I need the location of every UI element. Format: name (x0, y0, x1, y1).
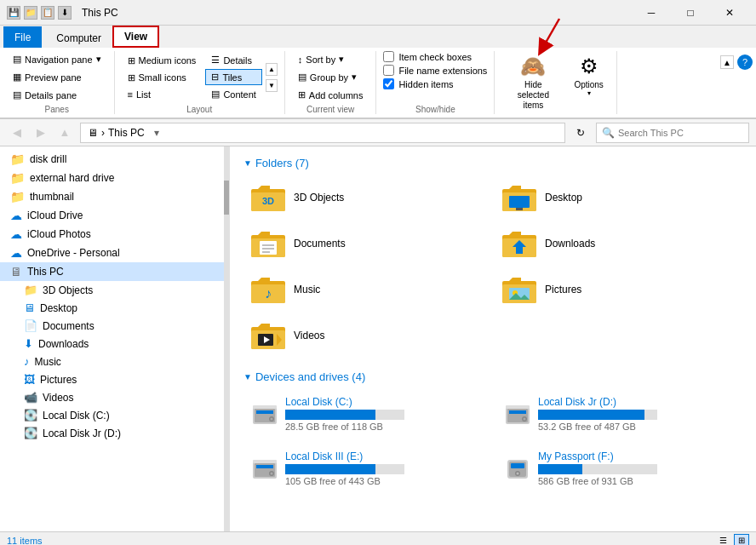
layout-scroll-down[interactable]: ▼ (266, 79, 278, 92)
drive-item-e[interactable]: Local Disk III (E:) 105 GB free of 443 G… (243, 445, 490, 492)
minimize-button[interactable]: ─ (632, 0, 671, 26)
large-icons-view-toggle[interactable]: ⊞ (734, 534, 749, 546)
folder-item-pictures[interactable]: Pictures (495, 268, 742, 311)
file-name-extensions-row[interactable]: File name extensions (383, 65, 487, 76)
folder-item-documents[interactable]: Documents (243, 222, 491, 265)
sidebar-item-music[interactable]: ♪ Music (0, 353, 229, 370)
sidebar-item-local-disk-c[interactable]: 💽 Local Disk (C:) (0, 406, 229, 424)
layout-scroll-up[interactable]: ▲ (266, 63, 278, 76)
search-input[interactable] (618, 128, 743, 138)
sidebar-item-pictures[interactable]: 🖼 Pictures (0, 370, 229, 388)
nav-pane-dropdown[interactable]: ▾ (96, 54, 101, 65)
options-button[interactable]: ⚙ Options ▾ (568, 51, 609, 100)
details-icon: ▤ (13, 89, 21, 100)
preview-pane-button[interactable]: ▦ Preview pane (7, 69, 88, 85)
group-by-button[interactable]: ▤ Group by ▾ (292, 69, 363, 85)
details-pane-button[interactable]: ▤ Details pane (7, 87, 83, 103)
sidebar-scrollbar-thumb[interactable] (224, 181, 229, 215)
sidebar-item-external-hard-drive[interactable]: 📁 external hard drive (0, 169, 229, 187)
item-check-boxes-checkbox[interactable] (383, 51, 394, 62)
folder-music-icon: ♪ (251, 274, 285, 305)
drive-e-bar-container (285, 464, 404, 474)
folder-3dobjects-name: 3D Objects (294, 192, 344, 204)
folder-icon: 📁 (10, 190, 25, 204)
sidebar-item-icloud-drive[interactable]: ☁ iCloud Drive (0, 206, 229, 225)
folder-item-downloads[interactable]: Downloads (495, 222, 742, 265)
help-button[interactable]: ? (737, 54, 753, 70)
tab-computer[interactable]: Computer (45, 28, 112, 48)
sidebar-item-icloud-photos[interactable]: ☁ iCloud Photos (0, 225, 229, 244)
quick-access-icon[interactable]: 💾 (7, 6, 20, 20)
add-columns-button[interactable]: ⊞ Add columns (292, 87, 369, 103)
sidebar-scrollbar[interactable] (224, 146, 229, 531)
navigation-arrows: ◀ ▶ ▲ (7, 123, 75, 143)
drives-section-header: ▼ Devices and drives (4) (243, 370, 742, 383)
icloud-icon: ☁ (10, 209, 22, 222)
sidebar-item-videos[interactable]: 📹 Videos (0, 388, 229, 406)
quick-access-icon2[interactable]: 📁 (24, 6, 37, 20)
options-label: Options (574, 80, 603, 89)
folder-item-videos[interactable]: Videos (243, 314, 491, 357)
videos-icon: 📹 (24, 391, 37, 404)
details-view-toggle[interactable]: ☰ (715, 534, 730, 546)
drive-item-c[interactable]: Local Disk (C:) 28.5 GB free of 118 GB (243, 390, 490, 438)
path-dropdown[interactable]: ▾ (148, 127, 165, 139)
tab-view[interactable]: View (112, 26, 159, 48)
sidebar-item-disk-drill[interactable]: 📁 disk drill (0, 150, 229, 169)
back-button[interactable]: ◀ (7, 123, 27, 143)
folder-item-music[interactable]: ♪ Music (243, 268, 491, 311)
svg-rect-7 (509, 196, 530, 208)
tiles-btn[interactable]: ⊟ Tiles (205, 69, 262, 85)
folder-downloads-icon (502, 228, 536, 259)
quick-access-icon3[interactable]: 📋 (41, 6, 54, 20)
refresh-button[interactable]: ↻ (570, 123, 591, 143)
close-button[interactable]: ✕ (710, 0, 749, 26)
sidebar-item-desktop[interactable]: 🖥 Desktop (0, 299, 229, 317)
folder-item-desktop[interactable]: Desktop (495, 176, 742, 219)
sort-dropdown[interactable]: ▾ (339, 54, 344, 65)
content-btn[interactable]: ▤ Content (205, 86, 262, 102)
item-check-boxes-row[interactable]: Item check boxes (383, 51, 472, 62)
sidebar-item-documents[interactable]: 📄 Documents (0, 317, 229, 335)
hidden-items-checkbox[interactable] (383, 78, 394, 89)
address-path[interactable]: 🖥 › This PC ▾ (80, 123, 565, 143)
navigation-pane-button[interactable]: ▤ Navigation pane ▾ (7, 51, 107, 67)
details-btn[interactable]: ☰ Details (205, 52, 262, 68)
properties-icon[interactable]: ⬇ (58, 6, 72, 20)
medium-icons-icon: ⊞ (128, 55, 135, 66)
ribbon-collapse-btn[interactable]: ▲ (720, 55, 734, 69)
options-dropdown[interactable]: ▾ (587, 89, 591, 97)
list-btn[interactable]: ≡ List (122, 87, 203, 102)
forward-button[interactable]: ▶ (31, 123, 51, 143)
up-button[interactable]: ▲ (54, 123, 75, 143)
group-dropdown[interactable]: ▾ (352, 72, 357, 83)
sidebar-item-downloads[interactable]: ⬇ Downloads (0, 335, 229, 353)
hide-selected-label: Hide selected items (507, 80, 558, 111)
sidebar-item-this-pc[interactable]: 🖥 This PC (0, 262, 229, 281)
hidden-items-row[interactable]: Hidden items (383, 78, 453, 89)
svg-rect-48 (253, 460, 277, 463)
sidebar-item-thumbnail[interactable]: 📁 thumbnail (0, 187, 229, 206)
sidebar-item-local-disk-d[interactable]: 💽 Local Disk Jr (D:) (0, 424, 229, 442)
small-icons-btn[interactable]: ⊞ Small icons (122, 70, 203, 86)
drives-chevron[interactable]: ▼ (243, 372, 252, 382)
folders-chevron[interactable]: ▼ (243, 158, 252, 168)
maximize-button[interactable]: □ (671, 0, 710, 26)
drive-f-name: My Passport (F:) (538, 450, 735, 462)
hide-selected-button[interactable]: 🙈 Hide selected items (501, 51, 564, 114)
pc-icon: 🖥 (10, 265, 22, 278)
file-name-extensions-checkbox[interactable] (383, 65, 394, 76)
search-box[interactable]: 🔍 (596, 123, 749, 143)
hide-selected-icon: 🙈 (520, 54, 546, 78)
medium-icons-btn[interactable]: ⊞ Medium icons (122, 53, 203, 69)
drive-c-icon (251, 400, 278, 427)
drive-item-f[interactable]: My Passport (F:) 586 GB free of 931 GB (496, 445, 742, 492)
sort-by-button[interactable]: ↕ Sort by ▾ (292, 51, 350, 67)
sidebar-item-onedrive[interactable]: ☁ OneDrive - Personal (0, 244, 229, 262)
options-container: ⚙ Options ▾ (568, 51, 609, 114)
drive-item-d[interactable]: Local Disk Jr (D:) 53.2 GB free of 487 G… (496, 390, 742, 438)
tab-file[interactable]: File (3, 26, 42, 48)
sidebar-item-3dobjects[interactable]: 📁 3D Objects (0, 281, 229, 299)
folder-item-3dobjects[interactable]: 3D 3D Objects (243, 176, 491, 219)
drive-d-bar (538, 410, 644, 420)
